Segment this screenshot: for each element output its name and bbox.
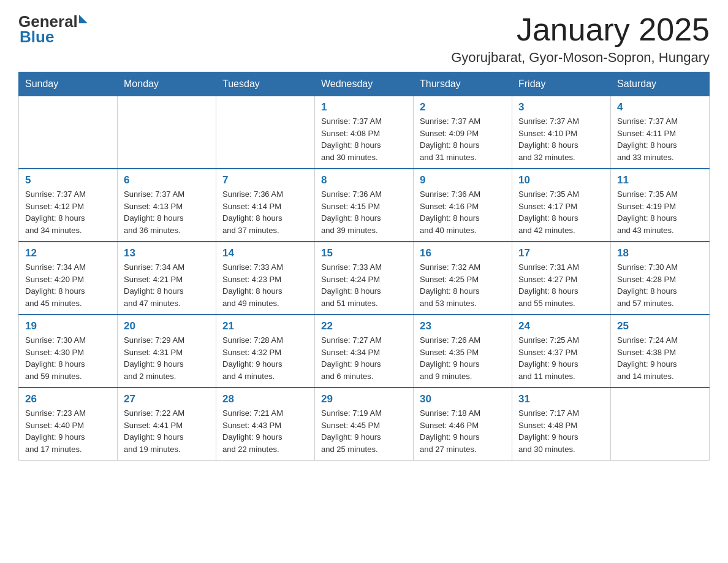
calendar-cell [19,96,118,169]
calendar-cell: 29Sunrise: 7:19 AM Sunset: 4:45 PM Dayli… [315,388,414,461]
calendar-cell: 4Sunrise: 7:37 AM Sunset: 4:11 PM Daylig… [611,96,710,169]
calendar-cell [216,96,315,169]
day-number: 9 [420,174,506,186]
day-info: Sunrise: 7:18 AM Sunset: 4:46 PM Dayligh… [420,407,506,455]
day-number: 20 [124,320,210,332]
calendar-cell: 14Sunrise: 7:33 AM Sunset: 4:23 PM Dayli… [216,242,315,315]
day-info: Sunrise: 7:35 AM Sunset: 4:17 PM Dayligh… [518,188,604,236]
day-number: 11 [617,174,703,186]
calendar-week-row: 19Sunrise: 7:30 AM Sunset: 4:30 PM Dayli… [19,315,710,388]
day-info: Sunrise: 7:34 AM Sunset: 4:20 PM Dayligh… [25,261,111,309]
calendar-cell: 30Sunrise: 7:18 AM Sunset: 4:46 PM Dayli… [414,388,512,461]
day-info: Sunrise: 7:31 AM Sunset: 4:27 PM Dayligh… [518,261,604,309]
calendar-cell: 27Sunrise: 7:22 AM Sunset: 4:41 PM Dayli… [118,388,216,461]
day-info: Sunrise: 7:37 AM Sunset: 4:13 PM Dayligh… [124,188,210,236]
day-info: Sunrise: 7:32 AM Sunset: 4:25 PM Dayligh… [420,261,506,309]
day-number: 21 [222,320,308,332]
calendar-week-row: 1Sunrise: 7:37 AM Sunset: 4:08 PM Daylig… [19,96,710,169]
calendar-cell: 20Sunrise: 7:29 AM Sunset: 4:31 PM Dayli… [118,315,216,388]
calendar-week-row: 12Sunrise: 7:34 AM Sunset: 4:20 PM Dayli… [19,242,710,315]
day-info: Sunrise: 7:19 AM Sunset: 4:45 PM Dayligh… [321,407,407,455]
day-info: Sunrise: 7:33 AM Sunset: 4:23 PM Dayligh… [222,261,308,309]
calendar-cell: 11Sunrise: 7:35 AM Sunset: 4:19 PM Dayli… [611,169,710,242]
calendar-cell: 23Sunrise: 7:26 AM Sunset: 4:35 PM Dayli… [414,315,512,388]
column-header-friday: Friday [512,72,611,96]
day-info: Sunrise: 7:30 AM Sunset: 4:28 PM Dayligh… [617,261,703,309]
day-info: Sunrise: 7:28 AM Sunset: 4:32 PM Dayligh… [222,334,308,382]
calendar-cell: 15Sunrise: 7:33 AM Sunset: 4:24 PM Dayli… [315,242,414,315]
calendar-cell: 28Sunrise: 7:21 AM Sunset: 4:43 PM Dayli… [216,388,315,461]
day-number: 4 [617,101,703,113]
day-info: Sunrise: 7:37 AM Sunset: 4:09 PM Dayligh… [420,115,506,163]
calendar-cell: 17Sunrise: 7:31 AM Sunset: 4:27 PM Dayli… [512,242,611,315]
day-number: 16 [420,247,506,259]
day-number: 23 [420,320,506,332]
day-number: 27 [124,393,210,405]
location-title: Gyorujbarat, Gyor-Moson-Sopron, Hungary [451,50,710,66]
calendar-cell: 22Sunrise: 7:27 AM Sunset: 4:34 PM Dayli… [315,315,414,388]
day-info: Sunrise: 7:24 AM Sunset: 4:38 PM Dayligh… [617,334,703,382]
column-header-tuesday: Tuesday [216,72,315,96]
column-header-monday: Monday [118,72,216,96]
day-info: Sunrise: 7:27 AM Sunset: 4:34 PM Dayligh… [321,334,407,382]
day-number: 15 [321,247,407,259]
calendar-cell: 5Sunrise: 7:37 AM Sunset: 4:12 PM Daylig… [19,169,118,242]
calendar-cell: 8Sunrise: 7:36 AM Sunset: 4:15 PM Daylig… [315,169,414,242]
calendar-cell: 16Sunrise: 7:32 AM Sunset: 4:25 PM Dayli… [414,242,512,315]
calendar-week-row: 26Sunrise: 7:23 AM Sunset: 4:40 PM Dayli… [19,388,710,461]
day-number: 24 [518,320,604,332]
calendar-cell [611,388,710,461]
calendar-header-row: SundayMondayTuesdayWednesdayThursdayFrid… [19,72,710,96]
column-header-wednesday: Wednesday [315,72,414,96]
month-title: January 2025 [451,12,710,47]
day-info: Sunrise: 7:36 AM Sunset: 4:16 PM Dayligh… [420,188,506,236]
day-info: Sunrise: 7:21 AM Sunset: 4:43 PM Dayligh… [222,407,308,455]
calendar-cell: 19Sunrise: 7:30 AM Sunset: 4:30 PM Dayli… [19,315,118,388]
calendar-cell: 2Sunrise: 7:37 AM Sunset: 4:09 PM Daylig… [414,96,512,169]
day-number: 18 [617,247,703,259]
calendar-week-row: 5Sunrise: 7:37 AM Sunset: 4:12 PM Daylig… [19,169,710,242]
day-number: 13 [124,247,210,259]
day-number: 14 [222,247,308,259]
day-number: 7 [222,174,308,186]
calendar-cell: 1Sunrise: 7:37 AM Sunset: 4:08 PM Daylig… [315,96,414,169]
calendar-table: SundayMondayTuesdayWednesdayThursdayFrid… [18,72,710,461]
day-number: 22 [321,320,407,332]
day-info: Sunrise: 7:37 AM Sunset: 4:08 PM Dayligh… [321,115,407,163]
day-number: 17 [518,247,604,259]
day-number: 5 [25,174,111,186]
calendar-cell: 6Sunrise: 7:37 AM Sunset: 4:13 PM Daylig… [118,169,216,242]
day-number: 19 [25,320,111,332]
page-header: General Blue January 2025 Gyorujbarat, G… [18,12,710,66]
day-number: 12 [25,247,111,259]
day-number: 28 [222,393,308,405]
column-header-sunday: Sunday [19,72,118,96]
logo-arrow-icon [79,15,88,23]
day-info: Sunrise: 7:36 AM Sunset: 4:15 PM Dayligh… [321,188,407,236]
day-info: Sunrise: 7:37 AM Sunset: 4:11 PM Dayligh… [617,115,703,163]
day-info: Sunrise: 7:35 AM Sunset: 4:19 PM Dayligh… [617,188,703,236]
day-number: 29 [321,393,407,405]
day-info: Sunrise: 7:17 AM Sunset: 4:48 PM Dayligh… [518,407,604,455]
calendar-cell: 26Sunrise: 7:23 AM Sunset: 4:40 PM Dayli… [19,388,118,461]
day-info: Sunrise: 7:26 AM Sunset: 4:35 PM Dayligh… [420,334,506,382]
day-info: Sunrise: 7:30 AM Sunset: 4:30 PM Dayligh… [25,334,111,382]
logo-text-blue: Blue [20,28,88,47]
day-info: Sunrise: 7:36 AM Sunset: 4:14 PM Dayligh… [222,188,308,236]
day-number: 26 [25,393,111,405]
calendar-cell: 21Sunrise: 7:28 AM Sunset: 4:32 PM Dayli… [216,315,315,388]
column-header-thursday: Thursday [414,72,512,96]
day-info: Sunrise: 7:25 AM Sunset: 4:37 PM Dayligh… [518,334,604,382]
day-number: 30 [420,393,506,405]
day-number: 1 [321,101,407,113]
day-number: 25 [617,320,703,332]
calendar-cell: 12Sunrise: 7:34 AM Sunset: 4:20 PM Dayli… [19,242,118,315]
calendar-cell: 13Sunrise: 7:34 AM Sunset: 4:21 PM Dayli… [118,242,216,315]
day-info: Sunrise: 7:37 AM Sunset: 4:10 PM Dayligh… [518,115,604,163]
day-number: 2 [420,101,506,113]
calendar-cell: 3Sunrise: 7:37 AM Sunset: 4:10 PM Daylig… [512,96,611,169]
day-info: Sunrise: 7:29 AM Sunset: 4:31 PM Dayligh… [124,334,210,382]
column-header-saturday: Saturday [611,72,710,96]
calendar-cell: 7Sunrise: 7:36 AM Sunset: 4:14 PM Daylig… [216,169,315,242]
day-number: 6 [124,174,210,186]
